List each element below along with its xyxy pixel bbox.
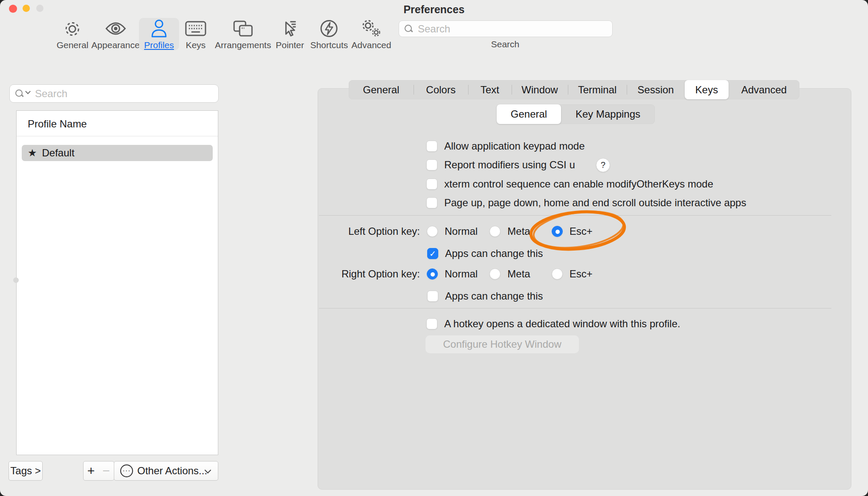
- cursor-icon: [281, 18, 299, 39]
- check-icon: ✓: [429, 249, 436, 259]
- radio-label: Esc+: [570, 268, 593, 280]
- tab-text[interactable]: Text: [468, 80, 512, 99]
- help-button[interactable]: ?: [596, 158, 610, 172]
- checkbox-row: Allow application keypad mode: [426, 140, 585, 152]
- profile-search-field[interactable]: [9, 84, 219, 103]
- gear-icon: [63, 18, 82, 39]
- radio-right-meta[interactable]: [489, 268, 501, 280]
- right-option-key-label: Right Option key:: [341, 268, 420, 280]
- hotkey-row: A hotkey opens a dedicated window with t…: [426, 318, 680, 330]
- divider: [319, 215, 831, 216]
- profile-row-default[interactable]: ★ Default: [22, 145, 213, 161]
- question-mark-icon: ?: [601, 160, 605, 170]
- checkbox-label: Allow application keypad mode: [444, 140, 585, 152]
- title-bar: Preferences: [0, 0, 868, 17]
- subtab-general[interactable]: General: [497, 104, 561, 124]
- toolbar-item-appearance[interactable]: Appearance: [86, 18, 145, 50]
- keys-subtab-bar: General Key Mappings: [497, 104, 655, 124]
- subtab-key-mappings[interactable]: Key Mappings: [561, 104, 655, 124]
- chevron-down-icon: [25, 89, 31, 94]
- tab-colors[interactable]: Colors: [414, 80, 468, 99]
- lightning-icon: [319, 18, 339, 39]
- toolbar-item-pointer[interactable]: Pointer: [271, 18, 310, 50]
- profile-search-input[interactable]: [34, 87, 218, 100]
- toolbar-search-input[interactable]: [417, 23, 612, 35]
- ellipsis-circle-icon: ···: [120, 464, 133, 477]
- preferences-window: Preferences General Appearance Profiles …: [0, 0, 868, 496]
- tab-terminal[interactable]: Terminal: [568, 80, 627, 99]
- apps-change-row: Apps can change this: [427, 290, 543, 302]
- checkbox-label: A hotkey opens a dedicated window with t…: [444, 318, 680, 330]
- apps-change-row: ✓ Apps can change this: [427, 248, 543, 260]
- toolbar-item-label: Pointer: [276, 40, 304, 50]
- toolbar-item-label: Shortcuts: [310, 40, 348, 50]
- toolbar-item-label: Profiles: [144, 40, 174, 50]
- checkbox-hotkey-window[interactable]: [426, 318, 437, 329]
- checkbox-label: Report modifiers using CSI u: [444, 159, 575, 171]
- search-icon: [15, 89, 24, 98]
- tab-keys[interactable]: Keys: [685, 80, 729, 99]
- checkbox-left-apps-change[interactable]: ✓: [427, 248, 438, 259]
- checkbox-row: Report modifiers using CSI u: [426, 159, 575, 171]
- checkbox-allow-keypad[interactable]: [426, 141, 437, 152]
- toolbar-search-caption: Search: [399, 39, 612, 49]
- radio-label: Normal: [445, 225, 477, 237]
- gears-icon: [360, 18, 383, 39]
- window-edge-dot: [13, 277, 19, 283]
- left-option-label-row: Left Option key:: [298, 225, 420, 237]
- other-actions-dropdown[interactable]: ··· Other Actions...: [114, 461, 218, 481]
- right-option-label-row: Right Option key:: [298, 268, 420, 280]
- right-option-radio-group: Normal Meta Esc+: [427, 268, 593, 280]
- person-icon: [150, 18, 168, 39]
- toolbar-item-label: General: [57, 40, 89, 50]
- profile-tab-bar: General Colors Text Window Terminal Sess…: [349, 80, 799, 99]
- tab-general[interactable]: General: [349, 80, 414, 99]
- radio-left-meta[interactable]: [489, 226, 501, 237]
- toolbar-item-label: Advanced: [351, 40, 391, 50]
- checkbox-label: Apps can change this: [445, 290, 543, 302]
- toolbar-item-advanced[interactable]: Advanced: [346, 18, 396, 50]
- checkbox-scroll-outside[interactable]: [426, 197, 437, 208]
- toolbar-item-arrangements[interactable]: Arrangements: [210, 18, 276, 50]
- configure-hotkey-label: Configure Hotkey Window: [443, 338, 561, 350]
- checkbox-label: Apps can change this: [445, 248, 543, 260]
- radio-right-esc[interactable]: [552, 268, 563, 280]
- radio-left-esc[interactable]: [552, 226, 563, 237]
- toolbar-item-keys[interactable]: Keys: [180, 18, 211, 50]
- radio-label: Meta: [507, 225, 530, 237]
- toolbar-search-field[interactable]: [399, 20, 613, 37]
- profile-list: Profile Name ★ Default: [16, 110, 218, 455]
- add-profile-button[interactable]: +: [83, 461, 99, 481]
- plus-icon: +: [87, 464, 95, 478]
- left-option-key-label: Left Option key:: [348, 225, 420, 237]
- tab-session[interactable]: Session: [627, 80, 685, 99]
- star-icon: ★: [28, 147, 37, 159]
- radio-left-normal[interactable]: [427, 226, 438, 237]
- toolbar-item-label: Appearance: [91, 40, 139, 50]
- remove-profile-button: −: [98, 461, 114, 481]
- radio-right-normal[interactable]: [427, 268, 438, 280]
- other-actions-label: Other Actions...: [137, 465, 207, 477]
- checkbox-modify-other-keys[interactable]: [426, 179, 437, 190]
- radio-label: Normal: [445, 268, 477, 280]
- checkbox-label: Page up, page down, home and end scroll …: [444, 197, 746, 209]
- tags-button-label: Tags >: [10, 465, 41, 477]
- radio-label: Meta: [507, 268, 530, 280]
- profile-list-header: Profile Name: [17, 111, 218, 136]
- checkbox-label: xterm control sequence can enable modify…: [444, 178, 713, 190]
- toolbar-item-label: Arrangements: [215, 40, 271, 50]
- search-icon: [404, 24, 414, 34]
- toolbar-item-label: Keys: [186, 40, 206, 50]
- checkbox-right-apps-change[interactable]: [427, 291, 438, 302]
- checkbox-row: xterm control sequence can enable modify…: [426, 178, 713, 190]
- tags-button[interactable]: Tags >: [9, 461, 43, 481]
- keyboard-icon: [185, 18, 206, 39]
- tab-advanced[interactable]: Advanced: [729, 80, 799, 99]
- eye-icon: [104, 18, 127, 39]
- checkbox-csi-u[interactable]: [426, 159, 437, 170]
- windows-icon: [233, 18, 253, 39]
- configure-hotkey-window-button: Configure Hotkey Window: [425, 335, 579, 353]
- tab-window[interactable]: Window: [512, 80, 568, 99]
- profile-name: Default: [42, 147, 75, 159]
- toolbar-item-profiles[interactable]: Profiles: [139, 18, 179, 50]
